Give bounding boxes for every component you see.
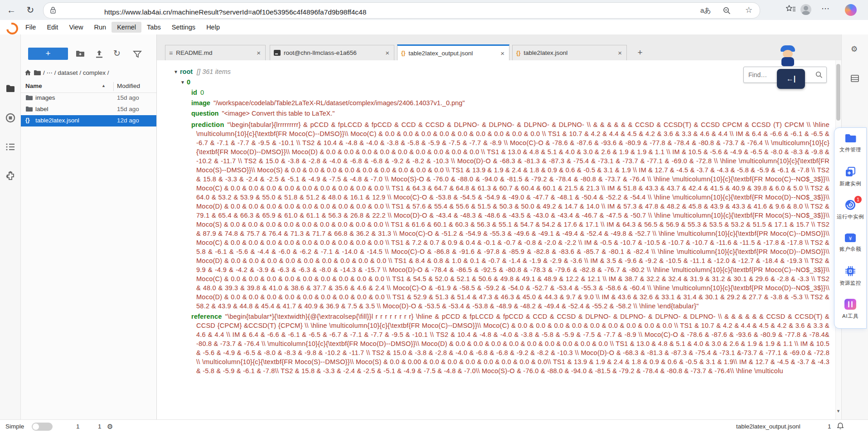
file-name: table2latex.jsonl xyxy=(35,117,79,124)
folder-crumb-icon[interactable] xyxy=(34,70,41,76)
file-browser-icon[interactable] xyxy=(5,83,16,94)
bell-icon[interactable] xyxy=(837,423,844,430)
running-kernels-icon[interactable] xyxy=(5,112,16,123)
browser-reload-icon[interactable]: ↻ xyxy=(24,4,37,16)
root-key: root xyxy=(180,68,193,75)
simple-mode-toggle[interactable] xyxy=(32,423,53,431)
collapse-arrow-icon[interactable]: ▼ xyxy=(180,80,185,85)
refresh-icon[interactable]: ↻ xyxy=(113,48,123,58)
tab-label: table2latex_output.jsonl xyxy=(408,50,496,57)
menu-view[interactable]: View xyxy=(63,22,88,33)
menu-items: File Edit View Run Kernel Tabs Settings … xyxy=(20,20,225,34)
file-modified: 15d ago xyxy=(117,106,139,112)
menu-kernel[interactable]: Kernel xyxy=(112,22,141,33)
panel-item-resource-monitor[interactable]: 资源监控 xyxy=(834,260,866,293)
column-modified[interactable]: Modified xyxy=(117,83,140,89)
url-text: https://www.lab4ai.cn/machineResult?serv… xyxy=(104,8,366,16)
upload-icon[interactable] xyxy=(94,49,104,59)
panel-item-file-management[interactable]: 文件管理 xyxy=(834,128,866,161)
scrollbar-thumb[interactable] xyxy=(836,64,840,121)
property-inspector-icon[interactable] xyxy=(851,74,859,83)
new-folder-icon[interactable] xyxy=(75,49,85,59)
item-key: 0 xyxy=(187,78,190,86)
favorites-bar-icon[interactable] xyxy=(786,5,796,14)
json-file-icon: {} xyxy=(25,117,29,123)
menubar: File Edit View Run Kernel Tabs Settings … xyxy=(0,20,868,35)
close-tab-icon[interactable]: × xyxy=(499,49,505,57)
json-root-row[interactable]: ▼root[] 361 items xyxy=(174,67,829,77)
home-icon[interactable] xyxy=(24,69,31,76)
kernel-status-icon[interactable]: ⚙ xyxy=(107,423,113,431)
menu-tabs[interactable]: Tabs xyxy=(141,22,166,33)
statusbar-filename[interactable]: table2latex_output.jsonl xyxy=(736,423,800,430)
image-value: "/workspace/codelab/Table2LaTeX-RL/datas… xyxy=(213,99,465,107)
file-browser-panel: + ↻ / ⋯ / dataset / complex / Name ▲ Mod… xyxy=(21,34,157,419)
table-of-contents-icon[interactable] xyxy=(5,141,16,152)
prediction-value: "\begin{tabular}{lrrrrrrrrr} & pCCD & fp… xyxy=(196,121,829,310)
new-tab-button[interactable]: + xyxy=(634,47,646,58)
column-divider xyxy=(113,82,114,91)
scrollbar-down-arrow-icon[interactable]: ▾ xyxy=(835,407,841,415)
json-file-icon: {} xyxy=(401,50,405,56)
tab-table2latex-output[interactable]: {} table2latex_output.jsonl × xyxy=(397,44,509,60)
kernels-count: 1 xyxy=(98,423,102,430)
menu-settings[interactable]: Settings xyxy=(166,22,201,33)
lock-icon xyxy=(50,6,56,14)
zoom-out-icon[interactable] xyxy=(723,7,731,15)
translate-icon[interactable]: aあ xyxy=(700,6,711,15)
close-tab-icon[interactable]: × xyxy=(617,49,623,57)
collapse-sidebar-button[interactable]: ←| xyxy=(777,69,805,89)
breadcrumb[interactable]: / ⋯ / dataset / complex / xyxy=(24,68,109,77)
tab-table2latex[interactable]: {} table2latex.jsonl × xyxy=(512,45,627,60)
breadcrumb-path[interactable]: / ⋯ / dataset / complex / xyxy=(43,69,109,76)
file-modified: 12d ago xyxy=(117,117,139,124)
file-row-images[interactable]: images 15d ago xyxy=(21,92,156,104)
panel-item-label: AI工具 xyxy=(834,313,866,320)
panel-item-label: 资源监控 xyxy=(834,280,866,287)
copilot-icon[interactable] xyxy=(845,4,857,16)
svg-text:¥: ¥ xyxy=(849,236,852,242)
file-list-header[interactable]: Name ▲ Modified xyxy=(21,81,156,93)
extensions-icon[interactable] xyxy=(5,170,16,181)
filter-icon[interactable] xyxy=(132,49,142,59)
tab-terminal[interactable]: root@chn-llmclass-e1a656 × xyxy=(270,45,394,60)
activity-bar xyxy=(0,34,21,419)
sort-asc-icon[interactable]: ▲ xyxy=(102,83,106,88)
panel-item-account-balance[interactable]: ¥ 账户余额 xyxy=(834,227,866,260)
menu-file[interactable]: File xyxy=(20,22,41,33)
settings-gear-icon[interactable]: ⚙ xyxy=(851,44,858,54)
browser-menu-icon[interactable]: ⋯ xyxy=(821,4,829,14)
menu-edit[interactable]: Edit xyxy=(41,22,63,33)
terminal-icon xyxy=(274,50,281,56)
new-launcher-button[interactable]: + xyxy=(28,48,68,60)
json-item-row[interactable]: ▼0 xyxy=(180,77,829,88)
panel-item-running-instances[interactable]: 1 运行中实例 xyxy=(834,194,866,227)
panel-item-new-instance[interactable]: 新建实例 xyxy=(834,161,866,194)
menu-run[interactable]: Run xyxy=(89,22,112,33)
file-row-table2latex-jsonl[interactable]: {} table2latex.jsonl 12d ago xyxy=(21,115,156,126)
running-instances-icon xyxy=(845,199,856,210)
json-tree: ▼root[] 361 items ▼0 id0 image"/workspac… xyxy=(174,67,829,375)
file-name: label xyxy=(35,106,48,112)
ai-tools-icon xyxy=(844,299,856,310)
close-tab-icon[interactable]: × xyxy=(384,49,390,57)
question-value: "<image> Convert this table to LaTeX." xyxy=(222,110,335,117)
panel-item-label: 运行中实例 xyxy=(834,214,866,220)
menu-help[interactable]: Help xyxy=(201,22,225,33)
id-value: 0 xyxy=(200,89,204,96)
browser-back-icon[interactable]: ← xyxy=(5,4,18,16)
folder-icon xyxy=(25,95,33,101)
tab-readme[interactable]: ≡ README.md × xyxy=(165,45,266,60)
search-icon[interactable] xyxy=(815,71,823,78)
file-row-label[interactable]: label 15d ago xyxy=(21,104,156,115)
collapse-arrow-icon[interactable]: ▼ xyxy=(174,69,178,74)
close-tab-icon[interactable]: × xyxy=(256,49,262,57)
json-field-question: question"<image> Convert this table to L… xyxy=(191,108,829,119)
profile-avatar[interactable] xyxy=(800,4,811,15)
column-name[interactable]: Name xyxy=(25,83,42,89)
address-bar[interactable]: https://www.lab4ai.cn/machineResult?serv… xyxy=(43,2,760,19)
panel-item-label: 文件管理 xyxy=(834,146,866,153)
favorite-star-icon[interactable]: ☆ xyxy=(745,5,752,15)
panel-item-ai-tools[interactable]: AI工具 xyxy=(834,293,866,326)
reference-value: "\begin{tabular*}{\textwidth}{@{\extraco… xyxy=(196,313,829,375)
